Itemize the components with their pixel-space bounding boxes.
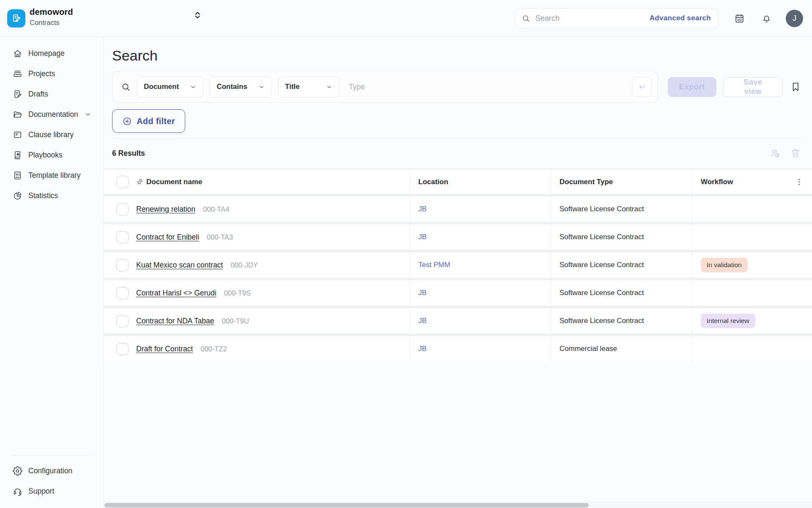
sidebar-footer: Configuration Support bbox=[0, 455, 103, 508]
location-link[interactable]: JB bbox=[418, 205, 427, 213]
document-name-cell: Contrat Harisl <> Gerudi 000-T9S bbox=[136, 280, 409, 306]
sidebar-item-statistics[interactable]: Statistics bbox=[0, 185, 103, 206]
bookmark-icon[interactable] bbox=[790, 81, 801, 92]
workspace-switcher[interactable] bbox=[192, 10, 203, 20]
chevron-down-icon bbox=[258, 84, 265, 90]
location-link[interactable]: JB bbox=[418, 233, 427, 241]
filter-builder: Document Contains Title bbox=[112, 71, 658, 102]
table-row: Contrat Harisl <> Gerudi 000-T9S JB Soft… bbox=[104, 280, 812, 306]
table-row: Draft for Contract 000-TZ2 JB Commercial… bbox=[104, 336, 812, 362]
sidebar-item-label: Template library bbox=[28, 171, 81, 180]
return-arrow-icon bbox=[637, 82, 646, 91]
document-type-cell: Software License Contract bbox=[551, 252, 692, 278]
document-name-cell: Contract for NDA Tabae 000-T9U bbox=[136, 308, 409, 334]
document-link[interactable]: Renewing relation bbox=[136, 205, 195, 214]
document-link[interactable]: Contract for Enibeli bbox=[136, 233, 199, 242]
pin-icon bbox=[136, 179, 143, 185]
sidebar-item-clause-library[interactable]: Clause library bbox=[0, 124, 103, 145]
column-header-label: Document name bbox=[146, 178, 202, 186]
dropdown-value: Contains bbox=[217, 83, 247, 91]
document-link[interactable]: Draft for Contract bbox=[136, 345, 193, 353]
location-link[interactable]: JB bbox=[418, 289, 427, 297]
main-content: Search Document Contains bbox=[104, 37, 812, 508]
add-filter-button[interactable]: Add filter bbox=[112, 109, 185, 133]
location-link[interactable]: JB bbox=[418, 345, 427, 353]
workflow-cell bbox=[692, 336, 812, 362]
document-type-cell: Software License Contract bbox=[551, 308, 692, 334]
bell-icon[interactable] bbox=[761, 13, 772, 24]
scrollbar-thumb[interactable] bbox=[104, 503, 589, 508]
export-button[interactable]: Export bbox=[668, 77, 716, 97]
row-checkbox[interactable] bbox=[116, 203, 129, 215]
filter-operator-dropdown[interactable]: Contains bbox=[209, 76, 272, 97]
workflow-cell bbox=[692, 196, 812, 222]
sidebar-item-configuration[interactable]: Configuration bbox=[0, 461, 103, 481]
document-type-value: Software License Contract bbox=[560, 289, 644, 297]
search-icon bbox=[121, 82, 131, 92]
headset-icon bbox=[13, 486, 22, 496]
sidebar-item-drafts[interactable]: Drafts bbox=[0, 84, 103, 104]
row-checkbox[interactable] bbox=[116, 259, 129, 271]
sidebar-item-homepage[interactable]: Homepage bbox=[0, 43, 103, 64]
header-cell-workflow: Workflow bbox=[692, 170, 812, 194]
row-checkbox[interactable] bbox=[116, 343, 129, 355]
select-all-checkbox[interactable] bbox=[116, 176, 129, 188]
calendar-icon[interactable] bbox=[734, 13, 745, 24]
column-header-label: Location bbox=[418, 178, 448, 186]
document-type-value: Commercial lease bbox=[560, 345, 617, 353]
sidebar-item-label: Documentation bbox=[28, 110, 78, 119]
row-select-cell bbox=[104, 196, 136, 222]
workflow-cell: In validation bbox=[692, 252, 812, 278]
table-row: Contract for NDA Tabae 000-T9U JB Softwa… bbox=[104, 308, 812, 334]
sidebar: Homepage Projects Drafts bbox=[0, 37, 104, 508]
filter-attribute-dropdown[interactable]: Title bbox=[278, 76, 340, 97]
sidebar-item-label: Projects bbox=[28, 69, 55, 78]
template-icon bbox=[13, 171, 22, 180]
sidebar-item-label: Playbooks bbox=[28, 151, 63, 160]
document-code: 000-TA3 bbox=[207, 233, 233, 241]
sidebar-item-template-library[interactable]: Template library bbox=[0, 165, 103, 185]
global-search: Advanced search bbox=[515, 8, 718, 28]
advanced-search-link[interactable]: Advanced search bbox=[650, 14, 711, 22]
row-checkbox[interactable] bbox=[116, 231, 129, 243]
sidebar-item-documentation[interactable]: Documentation bbox=[0, 104, 103, 124]
folder-icon bbox=[13, 110, 22, 119]
chevron-down-icon bbox=[85, 111, 91, 118]
row-select-cell bbox=[104, 308, 136, 334]
document-name-cell: Draft for Contract 000-TZ2 bbox=[136, 336, 409, 362]
location-link[interactable]: Test PMM bbox=[418, 261, 450, 269]
filter-value-input[interactable] bbox=[348, 82, 632, 92]
sidebar-item-label: Drafts bbox=[28, 90, 48, 99]
document-link[interactable]: Contract for NDA Tabae bbox=[136, 317, 214, 326]
trash-icon[interactable] bbox=[790, 148, 801, 159]
location-link[interactable]: JB bbox=[418, 317, 427, 325]
search-icon bbox=[521, 14, 530, 23]
workflow-badge-in-validation: In validation bbox=[701, 258, 748, 272]
save-view-button[interactable]: Save view bbox=[723, 77, 783, 97]
sidebar-item-label: Statistics bbox=[28, 191, 58, 200]
sidebar-item-playbooks[interactable]: Playbooks bbox=[0, 145, 103, 165]
row-select-cell bbox=[104, 280, 136, 306]
sidebar-item-support[interactable]: Support bbox=[0, 481, 103, 501]
results-count: 6 Results bbox=[112, 149, 145, 158]
filter-field-dropdown[interactable]: Document bbox=[137, 76, 203, 97]
avatar[interactable]: J bbox=[786, 10, 803, 27]
column-settings-kebab-icon[interactable] bbox=[795, 177, 804, 186]
row-checkbox[interactable] bbox=[116, 315, 129, 327]
search-input[interactable] bbox=[535, 14, 650, 23]
assign-users-icon[interactable] bbox=[770, 148, 781, 159]
row-checkbox[interactable] bbox=[116, 287, 129, 299]
sidebar-item-label: Clause library bbox=[28, 130, 74, 139]
column-header-label: Document Type bbox=[560, 178, 613, 186]
workflow-cell: Internal review bbox=[692, 308, 812, 334]
document-link[interactable]: Contrat Harisl <> Gerudi bbox=[136, 289, 217, 298]
app-logo[interactable] bbox=[7, 9, 25, 28]
sidebar-item-projects[interactable]: Projects bbox=[0, 64, 103, 84]
apply-filter-button[interactable] bbox=[632, 77, 652, 97]
header-cell-document-type: Document Type bbox=[551, 170, 692, 194]
row-select-cell bbox=[104, 252, 136, 278]
document-link[interactable]: Kuat Mexico scan contract bbox=[136, 261, 223, 270]
header-cell-select bbox=[104, 170, 136, 194]
location-cell: JB bbox=[409, 308, 551, 334]
sidebar-divider bbox=[13, 455, 95, 456]
